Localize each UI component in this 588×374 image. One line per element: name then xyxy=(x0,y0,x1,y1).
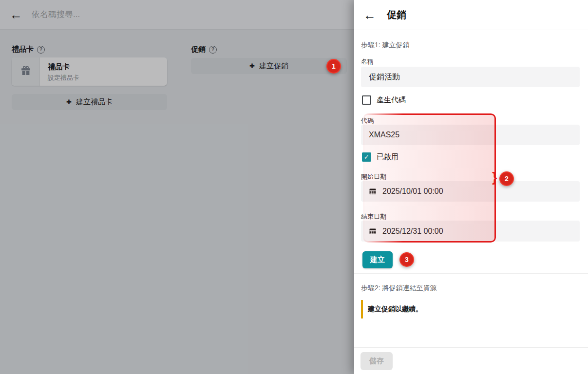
search-input[interactable] xyxy=(32,7,275,22)
gift-card-icon-strip xyxy=(12,57,40,86)
tutorial-badge-2: 2 xyxy=(499,171,514,186)
end-date-label: 結束日期 xyxy=(361,212,386,221)
screen: ← 禮品卡 ? xyxy=(0,0,588,374)
enabled-checkbox-row[interactable]: ✓ 已啟用 xyxy=(362,152,398,162)
panel-header: ← 促銷 xyxy=(354,0,588,30)
left-topbar: ← xyxy=(0,0,354,30)
generate-code-label: 產生代碼 xyxy=(377,95,406,105)
help-icon[interactable]: ? xyxy=(209,46,217,54)
brace-connector-icon: } xyxy=(492,170,497,185)
create-promotion-button[interactable]: ✚ 建立促銷 xyxy=(191,58,347,74)
gift-card-title: 禮品卡 xyxy=(48,62,79,72)
start-date-label: 開始日期 xyxy=(361,172,386,181)
plus-icon: ✚ xyxy=(66,98,72,106)
dim-overlay xyxy=(0,0,354,374)
step1-heading: 步驟1: 建立促銷 xyxy=(361,41,410,50)
save-button[interactable]: 儲存 xyxy=(360,352,393,370)
notice-box: 建立促銷以繼續。 xyxy=(361,300,429,318)
code-value: XMAS25 xyxy=(369,131,399,139)
promotion-panel: ← 促銷 步驟1: 建立促銷 名稱 促銷活動 產生代碼 代碼 XMAS25 ✓ … xyxy=(354,0,588,374)
name-input[interactable]: 促銷活動 xyxy=(361,67,580,87)
generate-code-checkbox[interactable] xyxy=(362,95,371,105)
generate-code-checkbox-row[interactable]: 產生代碼 xyxy=(362,95,406,105)
enabled-label: 已啟用 xyxy=(377,152,398,162)
end-date-value: 2025/12/31 00:00 xyxy=(382,227,443,236)
calendar-icon xyxy=(369,187,377,195)
back-icon[interactable]: ← xyxy=(363,9,376,21)
create-gift-card-label: 建立禮品卡 xyxy=(76,97,113,107)
gift-card-text: 禮品卡 設定禮品卡 xyxy=(40,57,79,86)
background-page: ← 禮品卡 ? xyxy=(0,0,354,374)
gift-card-item[interactable]: 禮品卡 設定禮品卡 xyxy=(12,57,167,86)
code-input[interactable]: XMAS25 xyxy=(361,125,580,145)
gift-card-subtitle: 設定禮品卡 xyxy=(48,74,79,82)
gift-card-section-label: 禮品卡 ? xyxy=(12,45,45,54)
create-promotion-label: 建立促銷 xyxy=(259,61,288,71)
tutorial-badge-1: 1 xyxy=(326,59,341,74)
divider xyxy=(354,347,588,348)
end-date-input[interactable]: 2025/12/31 00:00 xyxy=(361,221,580,242)
promotion-section-label: 促銷 ? xyxy=(191,45,217,54)
name-label: 名稱 xyxy=(361,57,374,66)
enabled-checkbox[interactable]: ✓ xyxy=(362,152,371,162)
panel-title: 促銷 xyxy=(387,8,406,21)
notice-text: 建立促銷以繼續。 xyxy=(368,305,422,314)
tutorial-badge-3: 3 xyxy=(399,252,414,267)
name-value: 促銷活動 xyxy=(369,72,400,82)
plus-icon: ✚ xyxy=(249,62,255,70)
back-icon[interactable]: ← xyxy=(10,8,22,21)
calendar-icon xyxy=(369,227,377,235)
start-date-value: 2025/10/01 00:00 xyxy=(382,187,443,196)
divider xyxy=(354,273,588,274)
gift-icon xyxy=(20,65,32,78)
gift-card-section-title: 禮品卡 xyxy=(12,45,34,54)
start-date-input[interactable]: 2025/10/01 00:00 xyxy=(361,181,580,202)
code-label: 代碼 xyxy=(361,116,374,125)
help-icon[interactable]: ? xyxy=(37,46,45,54)
step2-heading: 步驟2: 將促銷連結至資源 xyxy=(361,284,437,293)
create-button[interactable]: 建立 xyxy=(362,251,393,268)
create-gift-card-button[interactable]: ✚ 建立禮品卡 xyxy=(12,94,167,110)
promotion-section-title: 促銷 xyxy=(191,45,206,54)
